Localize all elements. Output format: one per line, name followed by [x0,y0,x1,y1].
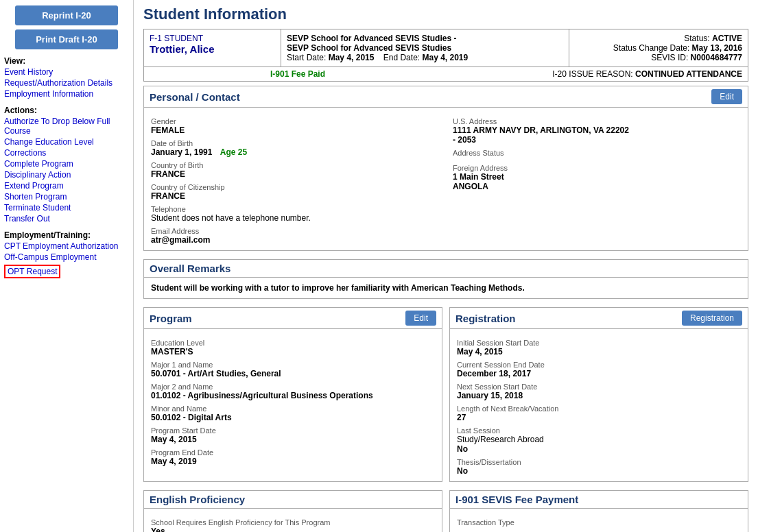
gender-label: Gender [151,117,439,125]
overall-remarks-section: Overall Remarks Student will be working … [143,259,748,299]
status-change-date: May 13, 2016 [692,43,742,53]
student-header: F-1 STUDENT Trottier, Alice SEVP School … [143,29,748,82]
view-label: View: [4,56,129,66]
sidebar-item-cpt[interactable]: CPT Employment Authorization [4,241,129,251]
sevis-id-line: SEVIS ID: N0004684777 [575,53,742,62]
us-address-line2: - 2053 [453,135,741,145]
main-content: Student Information F-1 STUDENT Trottier… [134,0,758,532]
reprint-i20-button[interactable]: Reprint I-20 [15,5,118,25]
next-session-label: Next Session Start Date [457,383,741,391]
thesis-label: Thesis/Dissertation [457,458,741,466]
transaction-label: Transaction Type [457,518,741,527]
last-session-label: Last Session [457,426,741,435]
next-session-value: January 15, 2018 [457,391,741,400]
minor-label: Minor and Name [151,404,435,413]
sidebar-item-shorten[interactable]: Shorten Program [4,192,129,202]
sidebar-item-corrections[interactable]: Corrections [4,148,129,158]
foreign-address-line2: ANGOLA [453,182,741,191]
registration-button[interactable]: Registration [682,311,742,326]
end-date-label: End Date: [383,53,420,62]
prog-start-value: May 4, 2015 [151,435,435,444]
eng-req-value: Yes [151,527,435,532]
remarks-text: Student will be working with a tutor to … [151,283,741,293]
foreign-address-label: Foreign Address [453,164,741,172]
sidebar-item-opt-request[interactable]: OPT Request [4,265,60,278]
sidebar-item-extend[interactable]: Extend Program [4,181,129,191]
us-address-label: U.S. Address [453,117,741,125]
sidebar: Reprint I-20 Print Draft I-20 View: Even… [0,0,134,532]
break-label: Length of Next Break/Vacation [457,404,741,413]
issue-reason-value: CONTINUED ATTENDANCE [635,69,742,79]
actions-label: Actions: [4,106,129,115]
fee-paid: I-901 Fee Paid [150,69,446,79]
coc-label: Country of Citizenship [151,183,439,191]
registration-section: Registration Registration Initial Sessio… [449,307,748,482]
english-proficiency-title: English Proficiency [150,494,245,505]
sidebar-item-off-campus[interactable]: Off-Campus Employment [4,252,129,262]
status-line: Status: ACTIVE [575,34,742,43]
end-date: May 4, 2019 [422,53,468,62]
cob-label: Country of Birth [151,161,439,169]
curr-session-value: December 18, 2017 [457,369,741,378]
us-address-line1: 1111 ARMY NAVY DR, ARLINGTON, VA 22202 [453,125,741,135]
edu-level-value: MASTER'S [151,347,435,356]
personal-contact-edit-button[interactable]: Edit [711,89,742,104]
start-date: May 4, 2015 [329,53,375,62]
major2-value: 01.0102 - Agribusiness/Agricultural Busi… [151,391,435,400]
thesis-value: No [457,466,741,476]
print-draft-button[interactable]: Print Draft I-20 [15,29,118,49]
program-registration-row: Program Edit Education Level MASTER'S Ma… [143,307,748,482]
start-date-label: Start Date: [287,53,326,62]
sidebar-item-request-auth[interactable]: Request/Authorization Details [4,78,129,88]
program-edit-button[interactable]: Edit [405,311,436,326]
student-type: F-1 STUDENT [150,34,275,43]
sidebar-item-terminate[interactable]: Terminate Student [4,203,129,213]
dob-label: Date of Birth [151,139,439,147]
program-dates: Start Date: May 4, 2015 End Date: May 4,… [287,53,563,62]
school-line2: SEVP School for Advanced SEVIS Studies [287,43,563,53]
status-change-label: Status Change Date: [613,43,689,53]
dob-value: January 1, 1991 Age 25 [151,147,439,157]
major1-label: Major 1 and Name [151,361,435,369]
personal-contact-title: Personal / Contact [150,91,240,103]
sidebar-item-event-history[interactable]: Event History [4,67,129,77]
coc-value: FRANCE [151,191,439,201]
sidebar-item-authorize[interactable]: Authorize To Drop Below Full Course [4,117,129,136]
foreign-address-line1: 1 Main Street [453,172,741,182]
age-badge: Age 25 [220,147,247,157]
email-label: Email Address [151,227,439,235]
employment-label: Employment/Training: [4,230,129,240]
sidebar-item-transfer[interactable]: Transfer Out [4,214,129,223]
sevis-fee-section: I-901 SEVIS Fee Payment Transaction Type [449,490,748,532]
prog-start-label: Program Start Date [151,426,435,435]
status-value: ACTIVE [712,34,742,43]
last-session-no: No [457,444,741,454]
program-title: Program [150,313,192,324]
telephone-label: Telephone [151,205,439,213]
gender-value: FEMALE [151,125,439,135]
registration-title: Registration [455,313,516,324]
major1-value: 50.0701 - Art/Art Studies, General [151,369,435,378]
us-address-status-label: Address Status [453,149,741,157]
personal-contact-section: Personal / Contact Edit Gender FEMALE Da… [143,86,748,251]
cob-value: FRANCE [151,169,439,179]
prog-end-value: May 4, 2019 [151,457,435,466]
eng-req-label: School Requires English Proficiency for … [151,518,435,527]
student-name: Trottier, Alice [150,43,275,55]
status-change-line: Status Change Date: May 13, 2016 [575,43,742,53]
curr-session-label: Current Session End Date [457,361,741,369]
sidebar-item-complete[interactable]: Complete Program [4,159,129,169]
break-value: 27 [457,413,741,422]
bottom-row: English Proficiency School Requires Engl… [143,490,748,532]
telephone-value: Student does not have a telephone number… [151,213,439,223]
minor-value: 50.0102 - Digital Arts [151,413,435,422]
sidebar-item-change-edu[interactable]: Change Education Level [4,137,129,147]
init-session-label: Initial Session Start Date [457,339,741,347]
school-line1: SEVP School for Advanced SEVIS Studies - [287,34,563,43]
sevis-id: N0004684777 [691,53,742,62]
major2-label: Major 2 and Name [151,383,435,391]
last-session-value: Study/Research Abroad [457,435,741,444]
prog-end-label: Program End Date [151,448,435,457]
sidebar-item-employment[interactable]: Employment Information [4,89,129,99]
sidebar-item-disciplinary[interactable]: Disciplinary Action [4,170,129,180]
